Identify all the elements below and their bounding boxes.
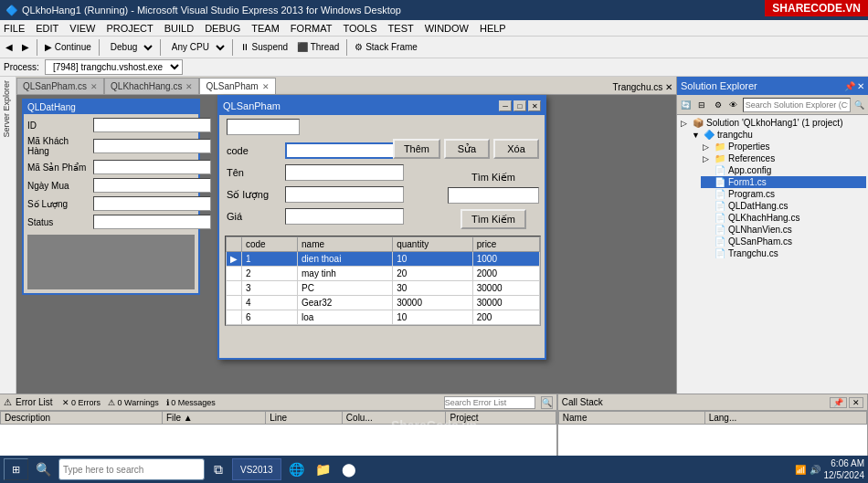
tree-qlsanpham[interactable]: 📄 QLSanPham.cs bbox=[701, 236, 866, 247]
tab-close-qlsanpham[interactable]: ✕ bbox=[90, 82, 98, 91]
window-title: QLkhoHang1 (Running) - Microsoft Visual … bbox=[22, 5, 401, 16]
xoa-button[interactable]: Xóa bbox=[493, 139, 539, 159]
menu-build[interactable]: BUILD bbox=[164, 23, 194, 34]
sol-show-all[interactable]: 👁 bbox=[726, 98, 740, 112]
menu-tools[interactable]: TOOLS bbox=[343, 23, 376, 34]
id-input[interactable] bbox=[93, 118, 211, 132]
menu-window[interactable]: WINDOW bbox=[425, 23, 469, 34]
toolbar-back[interactable]: ◀ bbox=[2, 38, 16, 57]
panel-close[interactable]: ✕ bbox=[857, 81, 864, 91]
tab-close-qlkhachhang[interactable]: ✕ bbox=[185, 82, 193, 91]
tree-qlkhachhang[interactable]: 📄 QLKhachHang.cs bbox=[701, 212, 866, 224]
table-row[interactable]: 3 PC 30 30000 bbox=[227, 281, 540, 296]
ngaymua-label: Ngày Mua bbox=[27, 181, 91, 191]
taskbar-vs-app[interactable]: VS2013 bbox=[232, 458, 281, 480]
code-input[interactable] bbox=[285, 142, 404, 159]
toolbar-stack-frame[interactable]: ⚙ Stack Frame bbox=[351, 38, 420, 57]
taskbar-search-icon[interactable]: 🔍 bbox=[32, 460, 55, 478]
table-row[interactable]: 2 may tinh 20 2000 bbox=[227, 267, 540, 281]
tree-qlnhanvien[interactable]: 📄 QLNhanVien.cs bbox=[701, 224, 866, 236]
masanpham-input[interactable] bbox=[93, 160, 211, 174]
taskbar-edge[interactable]: 🌐 bbox=[285, 460, 308, 478]
gia-input[interactable] bbox=[285, 208, 404, 225]
sol-collapse[interactable]: ⊟ bbox=[694, 98, 708, 112]
tree-form1[interactable]: 📄 Form1.cs bbox=[701, 176, 866, 188]
makhachhang-input[interactable] bbox=[93, 139, 211, 153]
table-row[interactable]: 4 Gear32 30000 30000 bbox=[227, 296, 540, 310]
tree-appconfig[interactable]: 📄 App.config bbox=[701, 164, 866, 176]
tree-solution[interactable]: ▷ 📦 Solution 'QLkhoHang1' (1 project) bbox=[679, 117, 866, 129]
solution-explorer-panel: Solution Explorer 📌 ✕ 🔄 ⊟ ⚙ 👁 🔍 ▷ 📦 Solu… bbox=[676, 77, 868, 394]
menu-test[interactable]: TEST bbox=[388, 23, 414, 34]
taskbar-explorer[interactable]: 📁 bbox=[312, 460, 334, 478]
win-close[interactable]: ✕ bbox=[528, 100, 541, 111]
table-row[interactable]: 6 loa 10 200 bbox=[227, 310, 540, 325]
sol-refresh[interactable]: 🔄 bbox=[679, 98, 693, 112]
solution-label: Solution 'QLkhoHang1' (1 project) bbox=[706, 118, 842, 128]
search-field[interactable] bbox=[448, 187, 539, 204]
row-price: 30000 bbox=[472, 296, 539, 310]
col-name: name bbox=[298, 237, 393, 252]
toolbar-suspend[interactable]: ⏸ Suspend bbox=[237, 38, 291, 57]
menu-edit[interactable]: EDIT bbox=[36, 23, 58, 34]
timkiem-button[interactable]: Tìm Kiếm bbox=[460, 209, 526, 229]
tree-references[interactable]: ▷ 📁 References bbox=[701, 152, 866, 164]
win-maximize[interactable]: □ bbox=[513, 100, 526, 111]
references-label: References bbox=[728, 153, 775, 163]
taskbar-task-view[interactable]: ⧉ bbox=[208, 460, 228, 479]
row-name: loa bbox=[298, 310, 393, 325]
toolbar-thread[interactable]: ⬛ Thread bbox=[293, 38, 343, 57]
win-minimize[interactable]: ─ bbox=[499, 100, 512, 111]
tab-qlsanpham-cs[interactable]: QLSanPham.cs ✕ bbox=[16, 78, 104, 94]
menu-help[interactable]: HELP bbox=[480, 23, 506, 34]
menu-debug[interactable]: DEBUG bbox=[205, 23, 240, 34]
sol-search-btn[interactable]: 🔍 bbox=[852, 98, 866, 112]
sua-button[interactable]: Sửa bbox=[444, 139, 490, 159]
window-controls: ─ □ ✕ bbox=[499, 100, 541, 111]
panel-pin[interactable]: 📌 bbox=[844, 81, 855, 91]
process-label: Process: bbox=[4, 62, 39, 72]
menu-team[interactable]: TEAM bbox=[251, 23, 280, 34]
qlsanpham-top-input[interactable] bbox=[227, 119, 300, 135]
tab-qlkhachhang-cs[interactable]: QLKhachHang.cs ✕ bbox=[104, 78, 199, 94]
col-name: Name bbox=[558, 412, 704, 425]
tree-trangchu[interactable]: 📄 Trangchu.cs bbox=[701, 247, 866, 259]
menu-file[interactable]: FILE bbox=[4, 23, 25, 34]
menu-project[interactable]: PROJECT bbox=[106, 23, 153, 34]
soluong-input[interactable] bbox=[93, 196, 211, 211]
field-row-masanpham: Mã Sản Phẩm bbox=[27, 160, 195, 174]
tree-qldathang[interactable]: 📄 QLDatHang.cs bbox=[701, 200, 866, 212]
menu-format[interactable]: FORMAT bbox=[291, 23, 333, 34]
ngaymua-input[interactable] bbox=[93, 178, 211, 193]
them-button[interactable]: Thêm bbox=[393, 139, 440, 159]
status-input[interactable] bbox=[93, 215, 211, 229]
call-stack-pin[interactable]: 📌 bbox=[830, 397, 847, 408]
ten-label: Tên bbox=[227, 167, 281, 178]
call-stack-close[interactable]: ✕ bbox=[849, 397, 863, 408]
table-row[interactable]: ▶ 1 dien thoai 10 1000 bbox=[227, 252, 540, 267]
tab-qlsanpham-form[interactable]: QLSanPham ✕ bbox=[199, 78, 275, 94]
menu-view[interactable]: VIEW bbox=[69, 23, 95, 34]
tree-program[interactable]: 📄 Program.cs bbox=[701, 188, 866, 200]
row-quantity: 10 bbox=[393, 252, 473, 267]
ten-input[interactable] bbox=[285, 164, 404, 181]
taskbar-search-input[interactable] bbox=[58, 458, 205, 480]
solution-search-input[interactable] bbox=[743, 98, 851, 112]
tree-properties[interactable]: ▷ 📁 Properties bbox=[701, 141, 866, 152]
start-button[interactable]: ⊞ bbox=[4, 458, 28, 480]
process-select[interactable]: [7948] trangchu.vshost.exe bbox=[45, 59, 183, 75]
error-search-btn[interactable]: 🔍 bbox=[541, 396, 553, 409]
sidebar-tab-server[interactable]: Server Explorer bbox=[0, 77, 16, 142]
debug-select[interactable]: Debug bbox=[103, 39, 156, 56]
error-search-input[interactable] bbox=[444, 396, 535, 409]
cpu-select[interactable]: Any CPU bbox=[164, 39, 228, 56]
tab-close-form[interactable]: ✕ bbox=[262, 82, 270, 91]
field-row-ngaymua: Ngày Mua bbox=[27, 178, 195, 193]
soluong-input[interactable] bbox=[285, 186, 404, 203]
sol-prop[interactable]: ⚙ bbox=[711, 98, 725, 112]
toolbar-continue[interactable]: ▶ Continue bbox=[41, 38, 95, 57]
trangchu-tab[interactable]: Trangchu.cs ✕ bbox=[609, 80, 676, 94]
toolbar-forward[interactable]: ▶ bbox=[18, 38, 33, 57]
tree-project[interactable]: ▼ 🔷 trangchu bbox=[690, 129, 866, 141]
taskbar-chrome[interactable]: ⬤ bbox=[338, 460, 360, 478]
